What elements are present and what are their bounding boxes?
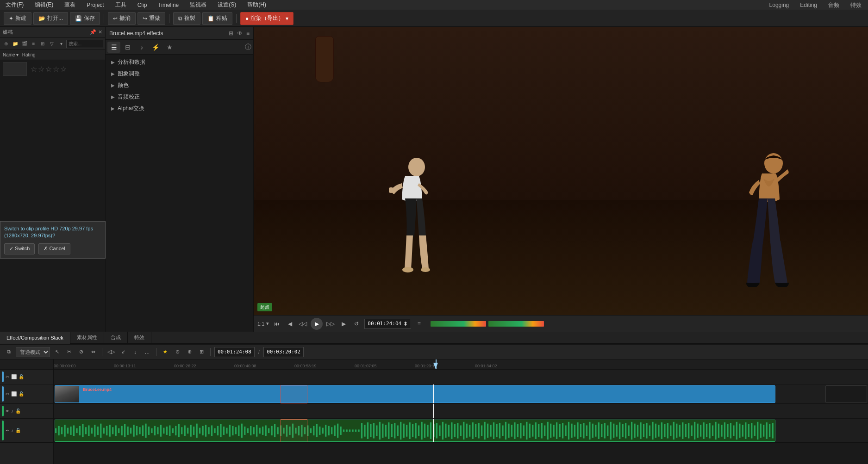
media-pool-pin-icon[interactable]: 📌 <box>90 29 96 35</box>
menu-item-clip[interactable]: Clip <box>136 2 149 8</box>
tl-mode-select[interactable]: 普通模式 <box>16 347 50 357</box>
workspace-effects[interactable]: 特效 <box>849 1 863 9</box>
media-folder-icon[interactable]: 📁 <box>11 39 19 49</box>
col-name[interactable]: Name ▾ <box>3 52 19 57</box>
media-clip-icon[interactable]: 🎬 <box>20 39 29 49</box>
category-audio-correction[interactable]: ▶ 音频校正 <box>106 91 253 103</box>
step-forward-button[interactable]: ▶ <box>338 319 349 329</box>
menu-item-file[interactable]: 文件(F) <box>4 1 25 9</box>
undo-button[interactable]: ↩ 撤消 <box>108 12 136 25</box>
tl-snap-icon[interactable]: ⊙ <box>172 347 182 357</box>
menu-item-settings[interactable]: 设置(S) <box>216 1 238 9</box>
search-input[interactable] <box>66 40 103 48</box>
switch-button[interactable]: ✓ Switch <box>4 243 35 254</box>
tab-clip-attributes[interactable]: 素材属性 <box>70 332 104 344</box>
settings-icon[interactable]: ≡ <box>414 319 424 329</box>
effects-menu-icon[interactable]: ≡ <box>246 30 250 37</box>
tl-current-timecode[interactable]: 00:01:24:08 <box>214 347 255 357</box>
effects-info-icon[interactable]: ⓘ <box>245 43 251 51</box>
menu-item-project[interactable]: Project <box>85 2 106 8</box>
paste-button[interactable]: 📋 粘贴 <box>202 12 232 25</box>
track-lock-a1[interactable]: 🔓 <box>15 408 21 414</box>
tab-star-icon[interactable]: ★ <box>163 42 176 53</box>
zoom-control[interactable]: 1:1 ▾ <box>257 321 269 327</box>
timecode-display[interactable]: 00:01:24:04 ⬍ <box>364 319 411 329</box>
track-lock-a2[interactable]: 🔓 <box>15 428 21 433</box>
track-lock-icon-v2[interactable]: ⬜ <box>11 374 17 379</box>
list-item[interactable]: ☆ ☆ ☆ ☆ ☆ <box>0 60 105 78</box>
tl-slip-tool[interactable]: ⇔ <box>88 347 98 357</box>
tl-track-select-icon[interactable]: ⧉ <box>4 347 14 357</box>
track-lock-v1[interactable]: 🔓 <box>19 391 24 396</box>
tab-lightning-icon[interactable]: ⚡ <box>149 42 162 53</box>
tab-list-view[interactable]: ☰ <box>107 42 120 53</box>
next-frame-button[interactable]: ▷▷ <box>325 319 336 329</box>
track-lock-icon-v1[interactable]: ⬜ <box>11 391 17 396</box>
star-1[interactable]: ☆ <box>31 65 37 74</box>
cancel-button[interactable]: ✗ Cancel <box>38 243 70 254</box>
media-list-icon[interactable]: ≡ <box>30 39 38 49</box>
track-pen-icon-a2[interactable]: ✒ <box>6 428 9 433</box>
star-4[interactable]: ☆ <box>53 65 59 74</box>
play-button[interactable]: ▶ <box>311 318 323 330</box>
tl-select-tool[interactable]: ↖ <box>52 347 62 357</box>
track-eye-icon-v1[interactable]: ✂ <box>6 391 9 396</box>
effects-eye-icon[interactable]: 👁 <box>237 30 243 37</box>
loop-button[interactable]: ↺ <box>351 319 362 329</box>
save-button[interactable]: 💾 保存 <box>70 12 100 25</box>
tl-trim-tool[interactable]: ✂ <box>64 347 74 357</box>
tl-insert-icon[interactable]: ↙ <box>118 347 128 357</box>
menu-item-help[interactable]: 帮助(H) <box>245 1 268 9</box>
category-alpha[interactable]: ▶ Alpha/交换 <box>106 103 253 114</box>
render-button[interactable]: ● 渲染（导出） ▾ <box>240 12 293 25</box>
menu-item-tools[interactable]: 工具 <box>113 1 128 9</box>
clip-brucelee-video[interactable]: BruceLee.mp4 <box>55 385 775 403</box>
media-filter-icon[interactable]: ▽ <box>48 39 56 49</box>
category-image-adjust[interactable]: ▶ 图象调整 <box>106 68 253 80</box>
track-audio-icon-a2[interactable]: ♪ <box>11 428 13 433</box>
effects-expand-icon[interactable]: ⊞ <box>229 30 233 37</box>
menu-item-edit[interactable]: 编辑(E) <box>33 1 55 9</box>
copy-button[interactable]: ⧉ 複製 <box>173 12 200 25</box>
prev-frame-button[interactable]: ◁◁ <box>298 319 308 329</box>
step-back-button[interactable]: ◀ <box>285 319 295 329</box>
tl-razor-tool[interactable]: ⊘ <box>76 347 86 357</box>
redo-button[interactable]: ↪ 重做 <box>137 12 165 25</box>
media-pool-close-icon[interactable]: ✕ <box>98 29 102 35</box>
tab-effects[interactable]: 特效 <box>128 332 151 344</box>
go-to-start-button[interactable]: ⏮ <box>272 319 282 329</box>
tl-grid-icon[interactable]: ⊞ <box>196 347 206 357</box>
new-button[interactable]: ✦ 新建 <box>4 12 31 25</box>
tl-in-out-icon[interactable]: ◁▷ <box>106 347 116 357</box>
tl-mark-icon[interactable]: ★ <box>160 347 170 357</box>
menu-item-timeline[interactable]: Timeline <box>156 2 181 8</box>
tab-effect-stack[interactable]: Effect/Composition Stack <box>0 332 70 344</box>
star-5[interactable]: ☆ <box>60 65 67 74</box>
star-2[interactable]: ☆ <box>38 65 44 74</box>
track-audio-icon-a1[interactable]: ♪ <box>11 408 13 414</box>
media-grid-icon[interactable]: ⊞ <box>38 39 47 49</box>
star-3[interactable]: ☆ <box>45 65 52 74</box>
media-new-bin-icon[interactable]: ⊕ <box>2 39 10 49</box>
menu-item-monitor[interactable]: 监视器 <box>188 1 208 9</box>
workspace-logging[interactable]: Logging <box>768 2 791 8</box>
open-button[interactable]: 📂 打开... <box>33 12 68 25</box>
workspace-audio[interactable]: 音频 <box>826 1 841 9</box>
star-rating[interactable]: ☆ ☆ ☆ ☆ ☆ <box>31 65 67 74</box>
tl-overwrite-icon[interactable]: ↓ <box>130 347 140 357</box>
tl-more-icon[interactable]: … <box>142 347 152 357</box>
tab-composite[interactable]: 合成 <box>104 332 128 344</box>
tab-audio-icon[interactable]: ♪ <box>135 42 148 53</box>
col-rating[interactable]: Rating <box>22 52 36 57</box>
workspace-editing[interactable]: Editing <box>798 2 819 8</box>
track-eye-icon-v2[interactable]: ✂ <box>6 374 9 379</box>
media-filter-down-icon[interactable]: ▾ <box>57 39 65 49</box>
menu-item-view[interactable]: 查看 <box>62 1 77 9</box>
track-lock-v2[interactable]: 🔓 <box>19 374 24 379</box>
tab-grid-view[interactable]: ⊟ <box>121 42 134 53</box>
tl-link-icon[interactable]: ⊕ <box>184 347 194 357</box>
clip-brucelee-audio[interactable]: BruceLee.mp4 <box>55 420 775 442</box>
category-analysis[interactable]: ▶ 分析和数据 <box>106 56 253 68</box>
track-pen-icon-a1[interactable]: ✒ <box>6 408 9 414</box>
category-color[interactable]: ▶ 颜色 <box>106 80 253 91</box>
